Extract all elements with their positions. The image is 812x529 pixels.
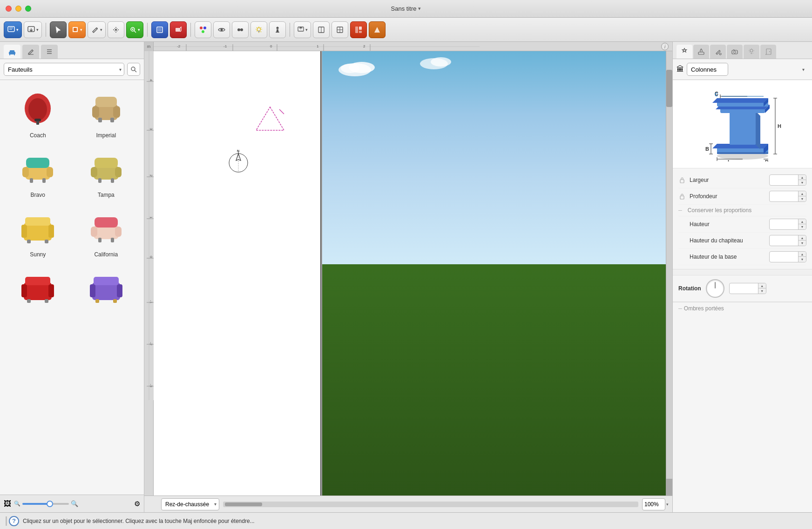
furniture-item-imperial[interactable]: Imperial [72,84,141,143]
info-icon[interactable]: i [661,43,669,50]
category-dropdown[interactable]: Colonnes [687,63,728,76]
ruler-h-svg: -2 -1 0 1 2 [154,42,480,51]
rotation-up[interactable]: ▲ [758,283,766,288]
furniture-item-california[interactable]: California [72,203,141,262]
settings-button[interactable]: ⚙ [134,500,140,508]
svg-rect-78 [48,284,54,297]
tab-list[interactable] [41,45,58,59]
help-icon[interactable]: ? [9,516,19,526]
svg-rect-45 [36,121,39,125]
navigator-button[interactable]: ▾ [4,21,22,38]
image-button[interactable]: 🖼 [4,500,11,508]
layout3-button[interactable] [350,21,367,38]
shapes-button[interactable]: ▾ [68,21,86,38]
right-tab-door[interactable] [760,45,776,59]
right-tab-light[interactable] [744,45,759,59]
draw-button[interactable]: ▾ [88,21,106,38]
furniture-item-sunny[interactable]: Sunny [4,203,72,262]
title-chevron[interactable]: ▾ [418,6,421,12]
lights-button[interactable] [250,21,267,38]
export-button[interactable]: ▾ [294,21,311,38]
horizontal-scrollbar[interactable] [223,502,638,507]
objects-button[interactable] [232,21,249,38]
floor-select[interactable]: Rez-de-chaussée [161,498,219,510]
layout1-button[interactable] [313,21,330,38]
titlebar: Sans titre ▾ [0,0,812,18]
furniture-item-bravo[interactable]: Bravo [4,143,72,203]
largeur-label: Largeur [690,177,765,183]
category-dropdown-wrapper: Colonnes ▾ [687,63,808,76]
layout2-button[interactable] [332,21,348,38]
chapiteau-down[interactable]: ▼ [798,241,806,246]
vertical-scrollbar[interactable] [666,51,672,479]
tab-edit[interactable] [22,45,39,59]
person-button[interactable] [269,21,286,38]
base-up[interactable]: ▲ [798,252,806,257]
hauteur-base-row: Hauteur de la base ▲ ▼ [678,249,806,265]
minus-icon: ─ [678,208,682,213]
scrollbar-thumb[interactable] [666,70,672,107]
svg-point-124 [341,64,359,73]
right-tab-paint[interactable] [710,45,726,59]
profondeur-label: Profondeur [690,193,765,200]
hauteur-up[interactable]: ▲ [798,219,806,224]
zoom-in-icon[interactable]: 🔍 [71,500,78,507]
right-tab-build[interactable] [693,45,709,59]
chapiteau-up[interactable]: ▲ [798,235,806,241]
canvas-2d[interactable]: N [154,51,321,496]
tab-furniture[interactable] [4,45,20,59]
furniture-item-tampa[interactable]: Tampa [72,143,141,203]
hauteur-input[interactable] [770,221,798,228]
profondeur-stepper: ▲ ▼ [798,191,806,201]
svg-rect-54 [47,167,53,177]
3dview-button[interactable] [170,21,187,38]
svg-text:-2: -2 [177,44,181,48]
canvas-workspace[interactable]: N [154,51,672,496]
topview-button[interactable] [151,21,168,38]
svg-rect-133 [766,49,771,54]
chapiteau-input[interactable] [770,237,798,244]
largeur-down[interactable]: ▼ [798,180,806,185]
materials-button[interactable] [195,21,211,38]
visibility-icon [217,26,226,34]
visibility-button[interactable] [213,21,230,38]
pan-icon [112,26,120,34]
pan-button[interactable] [108,21,124,38]
svg-rect-66 [48,225,54,238]
right-tab-camera[interactable] [727,45,743,59]
rotation-input[interactable] [730,285,758,292]
largeur-input[interactable] [770,177,798,183]
zoom-dropdown-arrow[interactable]: ▾ [666,502,669,507]
status-divider [6,516,7,526]
maximize-button[interactable] [25,6,31,12]
largeur-up[interactable]: ▲ [798,175,806,180]
import-button[interactable]: ▾ [24,21,42,38]
rotation-down[interactable]: ▼ [758,288,766,294]
zoom-out-icon[interactable]: 🔍 [14,501,20,507]
rotation-dial[interactable] [706,279,724,298]
search-button[interactable] [127,63,140,76]
minimize-button[interactable] [15,6,21,12]
furniture-item-coach[interactable]: Coach [4,84,72,143]
lights-icon [255,26,263,34]
profondeur-down[interactable]: ▼ [798,196,806,201]
h-scrollbar-thumb[interactable] [225,502,262,506]
ombres-label: Ombres portées [684,305,724,312]
profondeur-up[interactable]: ▲ [798,191,806,196]
furniture-item-red7[interactable] [4,262,72,315]
profondeur-input[interactable] [770,193,798,200]
furniture-tab-icon [7,47,17,56]
close-button[interactable] [6,6,12,12]
hauteur-down[interactable]: ▼ [798,224,806,229]
zoom-slider[interactable] [22,503,69,505]
zoom-value[interactable]: 100% [642,498,665,510]
zoom-button[interactable]: ▾ [126,21,143,38]
layout4-button[interactable] [369,21,386,38]
svg-point-17 [240,28,243,31]
select-button[interactable] [50,21,67,38]
base-input[interactable] [770,254,798,260]
right-tab-properties[interactable] [677,45,692,59]
category-select[interactable]: Fauteuils [4,63,124,76]
base-down[interactable]: ▼ [798,257,806,262]
furniture-item-purple8[interactable] [72,262,141,315]
